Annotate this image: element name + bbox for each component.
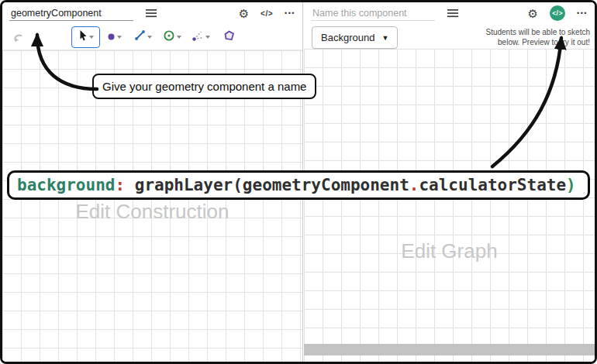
code-token: graphLayer bbox=[135, 176, 233, 194]
menu-icon[interactable] bbox=[447, 9, 458, 18]
point-icon bbox=[107, 30, 116, 44]
app-window: ⚙ </> ••• bbox=[0, 0, 597, 364]
settings-gear-icon[interactable]: ⚙ bbox=[528, 8, 538, 19]
code-token bbox=[125, 176, 135, 194]
more-options-icon[interactable]: ••• bbox=[577, 9, 588, 17]
dropdown-triangle-icon: ▼ bbox=[381, 34, 388, 42]
graph-header: ⚙ </> ••• bbox=[304, 2, 595, 24]
angle-icon bbox=[192, 29, 204, 44]
settings-gear-icon[interactable]: ⚙ bbox=[239, 8, 249, 19]
chevron-down-icon bbox=[89, 36, 94, 39]
code-token: : bbox=[115, 176, 125, 194]
cursor-icon bbox=[78, 29, 88, 45]
background-dropdown-label: Background bbox=[321, 32, 374, 43]
polygon-icon bbox=[223, 29, 236, 45]
component-name-input[interactable] bbox=[311, 6, 435, 21]
segment-icon bbox=[134, 29, 146, 44]
segment-tool-button[interactable] bbox=[129, 26, 157, 48]
more-options-icon[interactable]: ••• bbox=[285, 9, 295, 17]
code-token: ( bbox=[233, 176, 243, 194]
circle-icon bbox=[163, 29, 175, 45]
select-tool-button[interactable] bbox=[71, 26, 100, 48]
point-tool-button[interactable] bbox=[100, 26, 129, 48]
angle-tool-button[interactable] bbox=[186, 26, 215, 48]
code-snippet: background: graphLayer(geometryComponent… bbox=[7, 170, 590, 200]
graph-canvas[interactable]: Edit Graph bbox=[304, 49, 595, 362]
graph-subheader: Background ▼ Students will be able to sk… bbox=[304, 24, 595, 49]
chevron-down-icon bbox=[177, 36, 181, 39]
chevron-down-icon bbox=[205, 36, 210, 39]
menu-icon[interactable] bbox=[146, 9, 157, 18]
chevron-down-icon bbox=[147, 36, 152, 39]
polygon-tool-button[interactable] bbox=[215, 26, 243, 48]
callout-bubble: Give your geometry component a name bbox=[92, 74, 316, 99]
code-token: background bbox=[17, 176, 115, 194]
graph-watermark: Edit Graph bbox=[304, 239, 595, 263]
geometry-header: ⚙ </> ••• bbox=[2, 2, 302, 24]
code-icon-active[interactable]: </> bbox=[550, 5, 565, 21]
tool-group bbox=[71, 26, 243, 48]
code-token: geometryComponent bbox=[243, 176, 409, 194]
code-token: . bbox=[409, 176, 419, 194]
geometry-name-input[interactable] bbox=[9, 6, 133, 21]
code-icon[interactable]: </> bbox=[261, 9, 273, 18]
students-note: Students will be able to sketch below. P… bbox=[439, 27, 590, 47]
code-token: ) bbox=[566, 176, 576, 194]
geometry-watermark: Edit Construction bbox=[2, 200, 302, 224]
code-token: calculatorState bbox=[419, 176, 566, 194]
background-dropdown[interactable]: Background ▼ bbox=[312, 26, 398, 49]
horizontal-scrollbar[interactable] bbox=[304, 344, 595, 355]
chevron-down-icon bbox=[117, 36, 122, 39]
undo-icon[interactable] bbox=[12, 32, 25, 43]
geometry-toolbar bbox=[2, 24, 302, 50]
circle-tool-button[interactable] bbox=[157, 26, 186, 48]
